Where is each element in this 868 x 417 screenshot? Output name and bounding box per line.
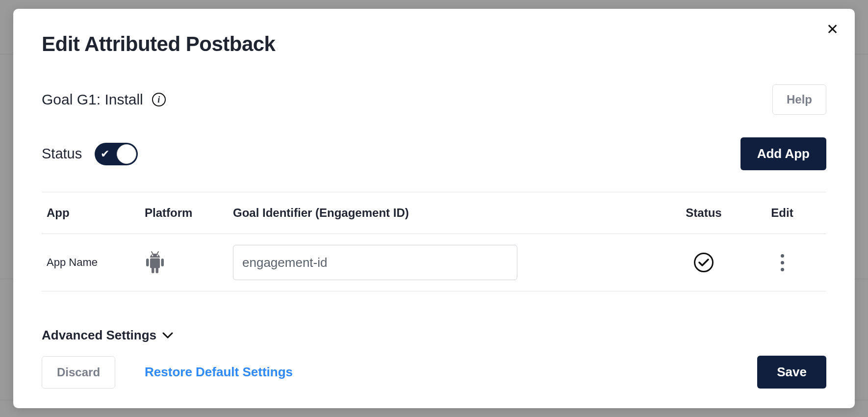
status-label: Status (42, 146, 82, 162)
svg-rect-7 (152, 267, 154, 273)
th-status: Status (664, 206, 743, 220)
th-app: App (47, 206, 145, 220)
discard-button[interactable]: Discard (42, 356, 115, 389)
modal-title: Edit Attributed Postback (42, 32, 826, 56)
svg-line-1 (157, 252, 158, 254)
restore-defaults-link[interactable]: Restore Default Settings (145, 365, 293, 380)
svg-rect-4 (150, 259, 160, 268)
cell-status (664, 253, 743, 272)
close-icon[interactable]: ✕ (825, 23, 839, 36)
svg-point-2 (152, 255, 153, 257)
toggle-knob (117, 144, 136, 164)
help-button[interactable]: Help (772, 84, 826, 115)
apps-table: App Platform Goal Identifier (Engagement… (42, 192, 826, 291)
cell-goal-identifier (233, 245, 664, 280)
check-icon: ✔ (101, 148, 109, 160)
cell-platform (145, 251, 233, 274)
svg-line-0 (152, 252, 153, 254)
table-header: App Platform Goal Identifier (Engagement… (42, 192, 826, 234)
th-edit: Edit (743, 206, 821, 220)
add-app-button[interactable]: Add App (740, 137, 826, 170)
modal-footer: Discard Restore Default Settings Save (42, 356, 826, 389)
th-platform: Platform (145, 206, 233, 220)
advanced-settings-toggle[interactable]: Advanced Settings (42, 328, 173, 343)
chevron-down-icon (162, 330, 173, 341)
save-button[interactable]: Save (757, 356, 826, 389)
row-actions-button[interactable] (743, 251, 821, 274)
th-goal-id: Goal Identifier (Engagement ID) (233, 206, 664, 220)
svg-point-3 (157, 255, 158, 257)
status-toggle[interactable]: ✔ (95, 143, 138, 165)
android-icon (145, 251, 165, 274)
status-row: Status ✔ Add App (42, 137, 826, 170)
advanced-settings-label: Advanced Settings (42, 328, 156, 343)
goal-label: Goal G1: Install (42, 91, 143, 108)
table-row: App Name (42, 234, 826, 291)
goal-row: Goal G1: Install i Help (42, 84, 826, 115)
svg-rect-8 (156, 267, 159, 273)
svg-rect-6 (161, 259, 164, 266)
goal-identifier-input[interactable] (233, 245, 517, 280)
edit-postback-modal: ✕ Edit Attributed Postback Goal G1: Inst… (13, 9, 855, 408)
info-icon[interactable]: i (152, 93, 166, 106)
cell-app-name: App Name (47, 256, 145, 269)
status-ok-icon (694, 253, 714, 272)
kebab-icon (778, 251, 787, 274)
svg-rect-5 (146, 259, 149, 266)
